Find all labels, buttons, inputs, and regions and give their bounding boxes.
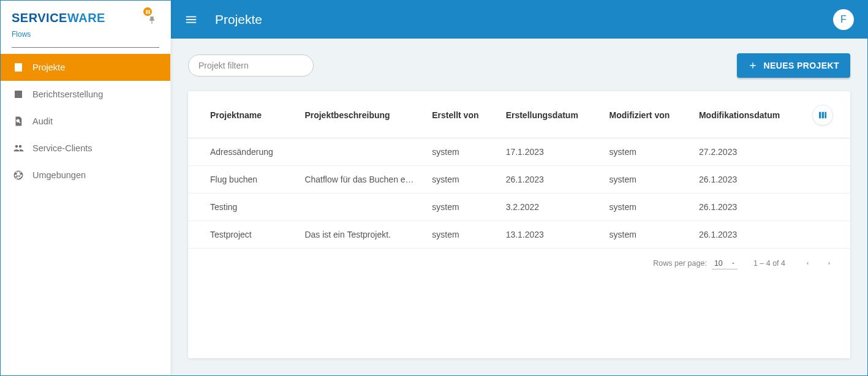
table-pagination: Rows per page: 10 1 – 4 of 4 [188, 249, 850, 272]
column-header-modified-at[interactable]: Modifikationsdatum [690, 91, 804, 138]
filter-projects-input[interactable] [188, 55, 314, 77]
rows-per-page-select[interactable]: 10 [712, 258, 738, 269]
sidebar-item-projects[interactable]: Projekte [1, 54, 170, 81]
sidebar-item-environments[interactable]: Umgebungen [1, 162, 170, 189]
column-header-description[interactable]: Projektbeschreibung [296, 91, 423, 138]
brand-logo: SERVICEWARE Flows [12, 12, 145, 39]
sidebar-divider [12, 47, 159, 48]
sidebar-item-label: Umgebungen [32, 170, 86, 180]
brand-subtitle: Flows [12, 30, 145, 39]
sidebar-item-reporting[interactable]: Berichtserstellung [1, 81, 170, 108]
pagination-range: 1 – 4 of 4 [753, 259, 785, 268]
cell-modified_by: system [601, 138, 690, 166]
cell-desc: Chatflow für das Buchen ein... [296, 166, 423, 194]
cell-modified_at: 27.2.2023 [690, 138, 804, 166]
column-header-modified-by[interactable]: Modifiziert von [601, 91, 690, 138]
appbar: Projekte F [171, 1, 867, 39]
cell-name: Flug buchen [188, 166, 296, 194]
cell-created_at: 26.1.2023 [497, 166, 601, 194]
document-icon [12, 62, 25, 73]
sidebar-item-service-clients[interactable]: Service-Clients [1, 135, 170, 162]
cell-name: Testing [188, 194, 296, 221]
cell-created_by: system [423, 166, 497, 194]
table-row[interactable]: Testingsystem3.2.2022system26.1.2023 [188, 194, 850, 221]
column-header-name[interactable]: Projektname [188, 91, 296, 138]
svg-rect-1 [147, 10, 148, 14]
chart-icon [12, 89, 25, 100]
menu-toggle-button[interactable] [184, 13, 198, 26]
table-row[interactable]: Adressänderungsystem17.1.2023system27.2.… [188, 138, 850, 166]
cell-created_at: 3.2.2022 [497, 194, 601, 221]
cell-modified_by: system [601, 166, 690, 194]
new-project-button[interactable]: NEUES PROJEKT [737, 53, 850, 78]
chevron-down-icon [730, 260, 736, 266]
pagination-next-button[interactable] [823, 257, 836, 269]
cell-created_at: 17.1.2023 [497, 138, 601, 166]
columns-icon [818, 110, 828, 120]
rows-per-page-value: 10 [714, 259, 723, 268]
cell-modified_at: 26.1.2023 [690, 194, 804, 221]
cell-created_by: system [423, 194, 497, 221]
cell-modified_by: system [601, 221, 690, 249]
sidebar-item-label: Projekte [32, 62, 65, 72]
brand-part-1: SERVICE [12, 11, 67, 24]
users-icon [12, 143, 25, 154]
brand-part-2: WARE [67, 11, 105, 24]
table-row[interactable]: Flug buchenChatflow für das Buchen ein..… [188, 166, 850, 194]
cell-created_by: system [423, 221, 497, 249]
cell-desc [296, 138, 423, 166]
rows-per-page-label: Rows per page: [653, 259, 707, 268]
column-header-created-at[interactable]: Erstellungsdatum [497, 91, 601, 138]
svg-rect-0 [146, 10, 147, 14]
svg-rect-2 [149, 10, 150, 14]
cell-name: Adressänderung [188, 138, 296, 166]
new-project-label: NEUES PROJEKT [764, 61, 839, 70]
table-row[interactable]: TestprojectDas ist ein Testprojekt.syste… [188, 221, 850, 249]
cell-modified_at: 26.1.2023 [690, 221, 804, 249]
brand-accent-icon [143, 7, 152, 16]
cell-created_at: 13.1.2023 [497, 221, 601, 249]
column-settings-button[interactable] [812, 105, 833, 126]
user-avatar[interactable]: F [833, 9, 854, 30]
cell-desc [296, 194, 423, 221]
sidebar-item-label: Service-Clients [32, 143, 92, 153]
pagination-prev-button[interactable] [801, 257, 813, 269]
sidebar: SERVICEWARE Flows Projekte [1, 1, 171, 375]
plus-icon [748, 61, 758, 70]
cell-modified_at: 26.1.2023 [690, 166, 804, 194]
column-header-created-by[interactable]: Erstellt von [423, 91, 497, 138]
cell-modified_by: system [601, 194, 690, 221]
file-search-icon [12, 116, 25, 127]
projects-table: Projektname Projektbeschreibung Erstellt… [188, 91, 850, 249]
chevron-left-icon [804, 260, 811, 267]
projects-table-card: Projektname Projektbeschreibung Erstellt… [188, 91, 850, 358]
globe-icon [12, 170, 25, 181]
sidebar-item-label: Berichtserstellung [32, 89, 103, 99]
page-title: Projekte [215, 12, 833, 27]
sidebar-item-label: Audit [32, 116, 53, 126]
cell-name: Testproject [188, 221, 296, 249]
chevron-right-icon [826, 260, 833, 267]
sidebar-item-audit[interactable]: Audit [1, 108, 170, 135]
cell-created_by: system [423, 138, 497, 166]
cell-desc: Das ist ein Testprojekt. [296, 221, 423, 249]
